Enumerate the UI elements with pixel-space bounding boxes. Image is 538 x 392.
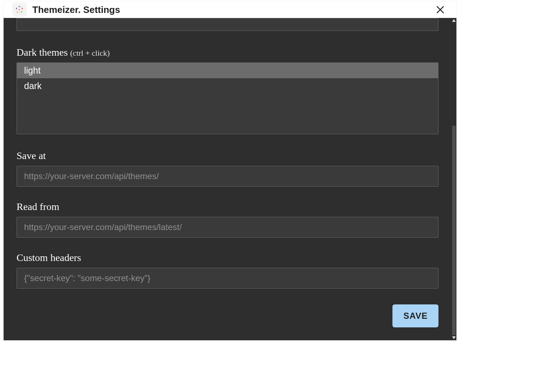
previous-input-truncated[interactable] <box>17 18 438 31</box>
close-button[interactable] <box>434 4 446 16</box>
actions-row: SAVE <box>17 304 438 327</box>
dark-themes-listbox[interactable]: light dark <box>17 62 438 134</box>
svg-point-2 <box>22 8 23 9</box>
svg-point-6 <box>19 9 20 10</box>
custom-headers-label: Custom headers <box>17 252 438 263</box>
chevron-down-icon <box>452 336 456 339</box>
svg-point-4 <box>17 11 18 13</box>
svg-point-3 <box>21 11 22 13</box>
svg-point-5 <box>16 8 17 9</box>
svg-marker-10 <box>452 336 456 339</box>
modal-body: Dark themes (ctrl + click) light dark Sa… <box>4 18 456 340</box>
svg-marker-9 <box>452 19 456 22</box>
read-from-field: Read from <box>17 201 438 238</box>
chevron-up-icon <box>452 19 456 22</box>
app-logo-icon <box>12 3 27 17</box>
save-at-field: Save at <box>17 150 438 187</box>
dark-themes-label: Dark themes (ctrl + click) <box>17 47 438 58</box>
modal-title-bar: Themeizer. Settings <box>4 1 456 18</box>
read-from-label: Read from <box>17 201 438 213</box>
scrollbar-thumb[interactable] <box>452 126 456 335</box>
custom-headers-input[interactable] <box>17 268 438 289</box>
scrollbar-up-arrow[interactable] <box>451 18 456 23</box>
svg-point-1 <box>19 6 20 7</box>
save-button[interactable]: SAVE <box>392 304 438 327</box>
dark-themes-field: Dark themes (ctrl + click) light dark <box>17 47 438 134</box>
save-at-input[interactable] <box>17 166 438 187</box>
dark-themes-option-dark[interactable]: dark <box>17 78 438 94</box>
dark-themes-label-text: Dark themes <box>17 47 68 58</box>
dark-themes-hint: (ctrl + click) <box>70 48 110 57</box>
modal-scrollbar[interactable] <box>451 18 456 340</box>
settings-modal: Themeizer. Settings Dark themes (ctrl + … <box>4 1 456 340</box>
save-at-label: Save at <box>17 150 438 162</box>
read-from-input[interactable] <box>17 217 438 238</box>
close-icon <box>436 5 445 14</box>
dark-themes-option-light[interactable]: light <box>17 63 438 78</box>
custom-headers-field: Custom headers <box>17 252 438 289</box>
modal-title: Themeizer. Settings <box>32 4 434 15</box>
scrollbar-down-arrow[interactable] <box>451 335 456 340</box>
